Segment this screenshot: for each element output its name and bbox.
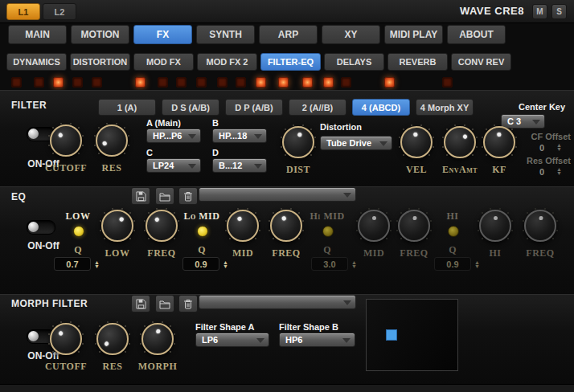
filter-kf-knob[interactable] (483, 126, 515, 158)
fx-led-on[interactable] (302, 77, 313, 88)
fx-led-off[interactable] (92, 77, 102, 88)
filter-mode-1-a[interactable]: 1 (A) (98, 99, 156, 116)
eq-himid-q-value[interactable]: 3.0 (311, 257, 348, 271)
eq-lomid-q-value[interactable]: 0.9 (182, 257, 219, 271)
knob-ticks (157, 338, 158, 340)
eq-low-freq-knob[interactable] (146, 210, 178, 242)
filter-mode-d-s-a-b[interactable]: D S (A/B) (162, 99, 219, 116)
eq-delete-button[interactable] (178, 187, 198, 205)
eq-band-himid-led[interactable] (322, 226, 334, 237)
cf-offset-value[interactable]: 0 (532, 143, 551, 153)
eq-lomid-freq-knob[interactable] (270, 210, 302, 242)
eq-hi-gain-knob[interactable] (479, 210, 511, 242)
filter-mode-d-p-a-b[interactable]: D P (A/B) (225, 99, 283, 116)
tab-motion[interactable]: MOTION (71, 25, 129, 44)
tab-midi-play[interactable]: MIDI PLAY (384, 25, 443, 44)
fx-led-off[interactable] (341, 77, 351, 88)
eq-lomid-gain-knob[interactable] (227, 210, 259, 242)
filter-vel-knob[interactable] (400, 126, 433, 158)
filter-slot-c-select[interactable]: LP24 (146, 158, 201, 173)
tab-xy[interactable]: XY (322, 25, 380, 44)
fx-tab-mod-fx-2[interactable]: MOD FX 2 (197, 53, 257, 71)
eq-save-button[interactable] (131, 187, 150, 205)
fx-led-on[interactable] (53, 77, 64, 88)
eq-hi-q-value[interactable]: 0.9 (434, 257, 471, 271)
fx-led-off[interactable] (196, 77, 207, 88)
xy-pad-handle[interactable] (386, 329, 397, 341)
tab-synth[interactable]: SYNTH (196, 25, 255, 44)
fx-led-on[interactable] (256, 77, 266, 88)
eq-hi-freq-knob[interactable] (524, 210, 556, 242)
filter-shape-b-select[interactable]: HP6 (279, 333, 355, 347)
mute-button[interactable]: M (532, 4, 547, 19)
filter-envamt-knob[interactable] (444, 126, 476, 158)
fx-led-off[interactable] (176, 77, 187, 88)
eq-band-low-led[interactable] (73, 226, 84, 237)
solo-button[interactable]: S (551, 4, 567, 19)
eq-low-q-stepper[interactable]: ▲▼ (94, 260, 100, 268)
filter-mode-2-a-b[interactable]: 2 (A//B) (289, 99, 346, 116)
fx-led-on[interactable] (278, 77, 289, 88)
eq-lomid-q-stepper[interactable]: ▲▼ (223, 260, 228, 268)
fx-led-off[interactable] (11, 77, 22, 88)
layer-tab-l1[interactable]: L1 (6, 3, 40, 20)
eq-onoff-toggle[interactable] (27, 220, 55, 235)
fx-led-off[interactable] (72, 77, 83, 88)
filter-res-knob[interactable] (96, 125, 128, 157)
tab-main[interactable]: MAIN (8, 25, 67, 44)
fx-led-on[interactable] (384, 77, 395, 88)
eq-preset-select[interactable] (199, 187, 356, 202)
fx-led-on[interactable] (323, 77, 334, 88)
distortion-select[interactable]: Tube Drive (320, 136, 392, 150)
morph-xy-pad[interactable] (366, 299, 458, 371)
eq-band-lomid-led[interactable] (197, 226, 208, 237)
fx-tab-distortion[interactable]: DISTORTION (70, 53, 130, 71)
knob-ticks (413, 225, 415, 227)
tab-fx[interactable]: FX (133, 25, 192, 44)
eq-himid-gain-knob[interactable] (358, 210, 390, 242)
fx-tab-reverb[interactable]: REVERB (387, 53, 448, 71)
eq-hi-gain-knob-label: HI (489, 247, 501, 259)
tab-arp[interactable]: ARP (259, 25, 318, 44)
fx-tab-conv-rev[interactable]: CONV REV (451, 53, 511, 71)
morph-save-button[interactable] (131, 295, 150, 312)
fx-led-on[interactable] (135, 77, 146, 88)
fx-led-off[interactable] (158, 77, 168, 88)
filter-slot-d-select[interactable]: B...12 (212, 158, 267, 173)
eq-hi-q-stepper[interactable]: ▲▼ (474, 260, 480, 268)
res-offset-stepper[interactable]: ▲▼ (556, 167, 562, 175)
filter-mode-4-morph-xy[interactable]: 4 Morph XY (416, 99, 474, 116)
fx-led-off[interactable] (217, 77, 228, 88)
fx-led-off[interactable] (442, 77, 453, 88)
morph-delete-button[interactable] (178, 295, 198, 312)
filter-slot-a-select[interactable]: HP...P6 (146, 129, 201, 143)
fx-tab-delays[interactable]: DELAYS (324, 53, 384, 71)
filter-mode-buttons: 1 (A)D S (A/B)D P (A/B)2 (A//B)4 (ABCD)4… (98, 99, 474, 116)
eq-band-hi-led[interactable] (448, 226, 459, 237)
morph-preset-select[interactable] (199, 295, 356, 309)
morph-load-button[interactable] (155, 295, 174, 312)
fx-tab-filter-eq[interactable]: FILTER-EQ (260, 53, 321, 71)
knob-ticks (539, 225, 541, 227)
eq-low-gain-knob[interactable] (101, 210, 133, 242)
eq-himid-q-stepper[interactable]: ▲▼ (351, 260, 357, 268)
eq-himid-freq-knob[interactable] (398, 210, 430, 242)
fx-tab-mod-fx[interactable]: MOD FX (133, 53, 194, 71)
fx-led-off[interactable] (236, 77, 246, 88)
filter-mode-4-abcd[interactable]: 4 (ABCD) (352, 99, 410, 116)
filter-cutoff-knob[interactable] (50, 125, 82, 157)
tab-about[interactable]: ABOUT (447, 25, 506, 44)
morph-cutoff-knob[interactable] (50, 323, 82, 355)
filter-dist-knob[interactable] (282, 126, 314, 158)
eq-low-q-value[interactable]: 0.7 (54, 257, 91, 271)
layer-tab-l2[interactable]: L2 (43, 3, 76, 20)
morph-res-knob[interactable] (96, 323, 129, 355)
res-offset-value[interactable]: 0 (532, 167, 551, 177)
filter-slot-b-select[interactable]: HP...18 (212, 129, 267, 143)
eq-load-button[interactable] (155, 187, 174, 205)
filter-shape-a-select[interactable]: LP6 (195, 333, 269, 347)
fx-led-off[interactable] (34, 77, 44, 88)
cf-offset-stepper[interactable]: ▲▼ (556, 143, 562, 151)
fx-tab-dynamics[interactable]: DYNAMICS (6, 53, 67, 71)
morph-morph-knob[interactable] (141, 323, 174, 355)
